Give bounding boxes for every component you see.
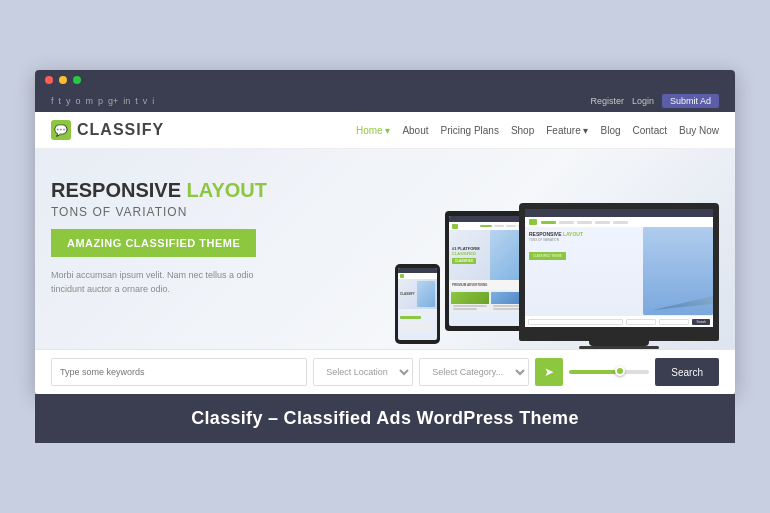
monitor-nav-dot-3 xyxy=(577,221,592,224)
monitor-title: RESPONSIVE LAYOUT xyxy=(529,231,639,237)
browser-chrome xyxy=(35,70,735,90)
monitor-foot xyxy=(579,346,659,349)
nav-links: Home ▾ About Pricing Plans Shop Feature … xyxy=(356,125,719,136)
monitor-nav-dot-2 xyxy=(559,221,574,224)
register-link[interactable]: Register xyxy=(590,96,624,106)
social-rss-icon[interactable]: i xyxy=(152,96,154,106)
nav-shop[interactable]: Shop xyxy=(511,125,534,136)
category-select[interactable]: Select Category... xyxy=(419,358,529,386)
social-tumblr-icon[interactable]: t xyxy=(135,96,138,106)
phone-line-3 xyxy=(400,321,428,324)
site-content: f t y o m p g+ in t v i Register Login S… xyxy=(35,90,735,394)
logo-icon: 💬 xyxy=(51,120,71,140)
monitor-hero-area: RESPONSIVE LAYOUT TONS OF VARIATION CLAS… xyxy=(525,227,713,315)
topbar-right: Register Login Submit Ad xyxy=(590,94,719,108)
phone-logo xyxy=(400,274,404,278)
cta-button[interactable]: AMAZING CLASSIFIED THEME xyxy=(51,229,256,257)
social-twitter-icon[interactable]: t xyxy=(59,96,62,106)
monitor-screen-content: RESPONSIVE LAYOUT TONS OF VARIATION CLAS… xyxy=(525,209,713,327)
social-mail-icon[interactable]: m xyxy=(86,96,94,106)
monitor-sub: TONS OF VARIATION xyxy=(529,238,639,242)
nav-contact[interactable]: Contact xyxy=(633,125,667,136)
monitor-nav-dot-1 xyxy=(541,221,556,224)
monitor-cta: CLASSIFIED THEME xyxy=(529,252,566,260)
nav-feature[interactable]: Feature ▾ xyxy=(546,125,588,136)
monitor-topbar xyxy=(525,209,713,217)
caption-bar: Classify – Classified Ads WordPress Them… xyxy=(35,394,735,443)
social-youtube-icon[interactable]: y xyxy=(66,96,71,106)
search-button[interactable]: Search xyxy=(655,358,719,386)
hero-text-block: RESPONSIVE LAYOUT TONS OF VARIATION AMAZ… xyxy=(51,169,385,296)
hero-title-layout: LAYOUT xyxy=(187,179,267,201)
location-select[interactable]: Select Location... xyxy=(313,358,413,386)
navbar: 💬 CLASSIFY Home ▾ About Pricing Plans Sh… xyxy=(35,112,735,149)
slider-thumb[interactable] xyxy=(615,366,625,376)
phone-line-1 xyxy=(400,311,435,314)
social-facebook-icon[interactable]: f xyxy=(51,96,54,106)
monitor-search-bar: Search xyxy=(525,315,713,327)
monitor-nav-dot-4 xyxy=(595,221,610,224)
hero-subtitle: TONS OF VARIATION xyxy=(51,205,385,219)
phone-mockup: CLASSIFY xyxy=(395,264,440,344)
nav-blog[interactable]: Blog xyxy=(601,125,621,136)
monitor-logo xyxy=(529,219,537,225)
nav-buynow[interactable]: Buy Now xyxy=(679,125,719,136)
monitor-mockup: RESPONSIVE LAYOUT TONS OF VARIATION CLAS… xyxy=(519,203,719,349)
browser-window: f t y o m p g+ in t v i Register Login S… xyxy=(35,70,735,394)
phone-hero-text: CLASSIFY xyxy=(400,292,417,296)
social-pinterest-icon[interactable]: p xyxy=(98,96,103,106)
browser-dot-minimize[interactable] xyxy=(59,76,67,84)
phone-content xyxy=(398,309,437,331)
login-link[interactable]: Login xyxy=(632,96,654,106)
phone-hero-image xyxy=(417,281,435,307)
monitor-nav-items xyxy=(541,221,628,224)
logo-text[interactable]: CLASSIFY xyxy=(77,121,164,139)
social-instagram-icon[interactable]: o xyxy=(76,96,81,106)
nav-home[interactable]: Home ▾ xyxy=(356,125,390,136)
nav-about[interactable]: About xyxy=(402,125,428,136)
site-topbar: f t y o m p g+ in t v i Register Login S… xyxy=(35,90,735,112)
tablet-grid-item-1 xyxy=(451,292,489,312)
monitor-screen: RESPONSIVE LAYOUT TONS OF VARIATION CLAS… xyxy=(519,203,719,333)
social-linkedin-icon[interactable]: in xyxy=(123,96,130,106)
social-icons: f t y o m p g+ in t v i xyxy=(51,96,154,106)
browser-dot-maximize[interactable] xyxy=(73,76,81,84)
monitor-hero-image xyxy=(643,227,713,315)
search-bar: Select Location... Select Category... ➤ … xyxy=(35,349,735,394)
tablet-logo xyxy=(452,224,458,229)
submit-ad-button[interactable]: Submit Ad xyxy=(662,94,719,108)
social-vimeo-icon[interactable]: v xyxy=(143,96,148,106)
social-gplus-icon[interactable]: g+ xyxy=(108,96,118,106)
hero-title-responsive: RESPONSIVE xyxy=(51,179,187,201)
nav-pricing[interactable]: Pricing Plans xyxy=(441,125,499,136)
keyword-input[interactable] xyxy=(51,358,307,386)
phone-line-2 xyxy=(400,316,421,319)
phone-frame: CLASSIFY xyxy=(395,264,440,344)
location-arrow-button[interactable]: ➤ xyxy=(535,358,563,386)
phone-screen: CLASSIFY xyxy=(398,268,437,340)
price-slider[interactable] xyxy=(569,370,649,374)
phone-hero: CLASSIFY xyxy=(398,279,437,309)
hero-title: RESPONSIVE LAYOUT xyxy=(51,179,385,201)
hero-section: RESPONSIVE LAYOUT TONS OF VARIATION AMAZ… xyxy=(35,149,735,349)
monitor-nav xyxy=(525,217,713,227)
monitor-hero-text: RESPONSIVE LAYOUT TONS OF VARIATION CLAS… xyxy=(525,227,643,315)
hero-description: Morbi accumsan ipsum velit. Nam nec tell… xyxy=(51,269,271,296)
phone-line-4 xyxy=(400,326,432,329)
caption-text: Classify – Classified Ads WordPress Them… xyxy=(191,408,578,428)
monitor-base xyxy=(519,333,719,341)
monitor-nav-dot-5 xyxy=(613,221,628,224)
tablet-hero-text: #1 PLATFORMCLASSIFIED CLASSIFIED xyxy=(449,243,490,267)
logo: 💬 CLASSIFY xyxy=(51,120,164,140)
browser-dot-close[interactable] xyxy=(45,76,53,84)
devices-mockup: #1 PLATFORMCLASSIFIED CLASSIFIED PREMIUM… xyxy=(385,169,719,349)
